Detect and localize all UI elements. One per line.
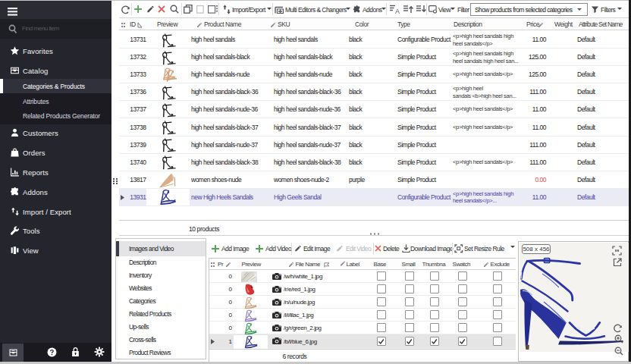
svg-text:A: A <box>395 8 400 14</box>
